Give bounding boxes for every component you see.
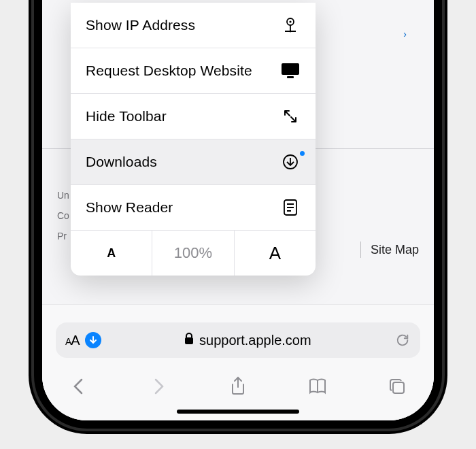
menu-item-show-ip[interactable]: Show IP Address — [71, 3, 316, 48]
forward-button[interactable] — [138, 370, 179, 403]
svg-rect-17 — [393, 382, 404, 393]
safari-bottom-bar: AA support.apple — [42, 304, 434, 420]
expand-arrows-icon — [280, 108, 301, 124]
download-circle-icon — [280, 154, 301, 170]
svg-point-1 — [289, 20, 291, 22]
download-indicator-icon — [85, 332, 101, 348]
share-button[interactable] — [218, 370, 258, 403]
home-indicator[interactable] — [177, 410, 299, 414]
zoom-increase-button[interactable]: A — [234, 231, 316, 276]
page-actions-menu: Show IP Address Request Desktop Website — [71, 3, 316, 276]
reload-button[interactable] — [394, 332, 411, 348]
menu-item-hide-toolbar[interactable]: Hide Toolbar — [71, 93, 316, 139]
menu-item-label: Show Reader — [86, 199, 173, 216]
menu-item-downloads[interactable]: Downloads — [71, 139, 316, 184]
address-host[interactable]: support.apple.com — [101, 333, 394, 348]
desktop-icon — [280, 63, 301, 79]
address-bar[interactable]: AA support.apple — [56, 322, 420, 358]
svg-rect-5 — [282, 63, 299, 75]
menu-item-label: Hide Toolbar — [86, 108, 167, 124]
address-host-text: support.apple.com — [199, 333, 311, 348]
menu-item-request-desktop[interactable]: Request Desktop Website — [71, 48, 316, 93]
badge-dot-icon — [300, 151, 305, 156]
page-settings-button[interactable]: AA — [65, 332, 101, 348]
ip-location-icon — [280, 16, 301, 34]
tabs-button[interactable] — [377, 370, 418, 403]
zoom-decrease-button[interactable]: A — [71, 231, 152, 276]
menu-item-label: Downloads — [86, 154, 157, 170]
svg-rect-14 — [185, 337, 193, 344]
bookmarks-button[interactable] — [297, 370, 338, 403]
menu-item-label: Show IP Address — [86, 17, 195, 33]
reader-icon — [280, 199, 301, 216]
iphone-screen: › Un Co Pr Site Map Show IP Address — [42, 0, 434, 420]
lock-icon — [184, 333, 194, 348]
back-button[interactable] — [58, 370, 99, 403]
site-map-link[interactable]: Site Map — [360, 242, 419, 258]
zoom-level-label: 100% — [152, 231, 233, 276]
text-size-icon: AA — [65, 333, 80, 348]
menu-item-show-reader[interactable]: Show Reader — [71, 184, 316, 230]
safari-toolbar — [49, 370, 427, 403]
svg-rect-6 — [287, 76, 294, 78]
obscured-link-hint: › — [403, 29, 407, 39]
text-zoom-bar: A 100% A — [71, 230, 316, 276]
menu-item-label: Request Desktop Website — [86, 63, 252, 79]
iphone-device-frame: › Un Co Pr Site Map Show IP Address — [34, 0, 442, 429]
